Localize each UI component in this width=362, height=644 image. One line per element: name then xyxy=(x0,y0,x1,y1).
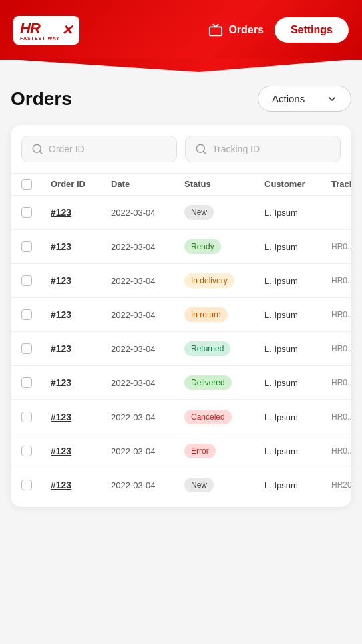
svg-line-1 xyxy=(39,151,41,153)
row-checkbox-cell xyxy=(21,343,51,354)
date-3: 2022-03-04 xyxy=(111,310,184,320)
order-id-4[interactable]: #123 xyxy=(51,343,111,354)
status-badge-8: New xyxy=(184,478,264,492)
col-status: Status xyxy=(184,179,264,190)
chevron-down-icon xyxy=(327,94,337,104)
status-badge-text-4: Returned xyxy=(184,341,230,356)
status-badge-3: In return xyxy=(184,307,264,322)
date-2: 2022-03-04 xyxy=(111,276,184,286)
customer-6: L. Ipsum xyxy=(264,412,331,422)
table-row: #123 2022-03-04 Canceled L. Ipsum HR0... xyxy=(11,400,351,434)
order-id-input[interactable] xyxy=(49,144,167,154)
row-checkbox-cell xyxy=(21,207,51,218)
svg-line-3 xyxy=(203,151,205,153)
row-checkbox-2[interactable] xyxy=(21,275,32,286)
table-header: Order ID Date Status Customer Track xyxy=(11,174,351,196)
row-checkbox-6[interactable] xyxy=(21,412,32,422)
tracking-id-input[interactable] xyxy=(212,144,331,154)
order-id-3[interactable]: #123 xyxy=(51,309,111,320)
date-6: 2022-03-04 xyxy=(111,412,184,422)
col-tracking: Track xyxy=(331,179,351,190)
customer-4: L. Ipsum xyxy=(264,344,331,354)
orders-nav-label: Orders xyxy=(228,24,263,36)
order-id-8[interactable]: #123 xyxy=(51,480,111,490)
main-content: Orders Actions xyxy=(0,67,362,518)
header-checkbox-cell xyxy=(21,179,51,190)
customer-3: L. Ipsum xyxy=(264,310,331,320)
table-body: #123 2022-03-04 New L. Ipsum #123 2022-0… xyxy=(11,196,351,502)
status-badge-0: New xyxy=(184,205,264,220)
row-checkbox-cell xyxy=(21,446,51,456)
row-checkbox-cell xyxy=(21,241,51,252)
tracking-7: HR0... xyxy=(331,446,351,456)
status-badge-2: In delivery xyxy=(184,273,264,288)
table-row: #123 2022-03-04 New L. Ipsum xyxy=(11,196,351,230)
customer-5: L. Ipsum xyxy=(264,378,331,388)
row-checkbox-5[interactable] xyxy=(21,377,32,388)
status-badge-text-3: In return xyxy=(184,307,228,322)
actions-label: Actions xyxy=(272,93,305,104)
app-header: HR FASTEST WAY ✕ Orders Settings xyxy=(0,0,362,60)
settings-button[interactable]: Settings xyxy=(275,17,349,43)
row-checkbox-1[interactable] xyxy=(21,241,32,252)
row-checkbox-4[interactable] xyxy=(21,343,32,354)
status-badge-text-0: New xyxy=(184,205,214,220)
nav-orders[interactable]: Orders xyxy=(208,23,263,37)
table-row: #123 2022-03-04 Delivered L. Ipsum HR0..… xyxy=(11,366,351,400)
page-title-row: Orders Actions xyxy=(11,86,351,112)
search-icon-tracking xyxy=(195,143,207,155)
status-badge-text-2: In delivery xyxy=(184,273,234,288)
row-checkbox-cell xyxy=(21,309,51,320)
page-title: Orders xyxy=(11,88,72,110)
date-0: 2022-03-04 xyxy=(111,208,184,218)
select-all-checkbox[interactable] xyxy=(21,179,32,190)
search-icon-order xyxy=(31,143,43,155)
row-checkbox-cell xyxy=(21,377,51,388)
order-id-0[interactable]: #123 xyxy=(51,207,111,218)
package-icon xyxy=(208,23,223,37)
order-id-6[interactable]: #123 xyxy=(51,412,111,422)
row-checkbox-cell xyxy=(21,275,51,286)
table-row: #123 2022-03-04 In delivery L. Ipsum HR0… xyxy=(11,264,351,298)
order-id-1[interactable]: #123 xyxy=(51,241,111,252)
logo-text: HR xyxy=(20,20,60,37)
row-checkbox-0[interactable] xyxy=(21,207,32,218)
status-badge-text-8: New xyxy=(184,478,214,492)
orders-card: Order ID Date Status Customer Track #123… xyxy=(11,125,351,507)
status-badge-1: Ready xyxy=(184,239,264,254)
customer-8: L. Ipsum xyxy=(264,480,331,490)
row-checkbox-3[interactable] xyxy=(21,309,32,320)
status-badge-6: Canceled xyxy=(184,410,264,424)
row-checkbox-7[interactable] xyxy=(21,446,32,456)
header-nav: Orders Settings xyxy=(208,17,349,43)
search-row xyxy=(11,136,351,174)
status-badge-text-7: Error xyxy=(184,444,216,458)
customer-0: L. Ipsum xyxy=(264,208,331,218)
tracking-5: HR0... xyxy=(331,378,351,387)
row-checkbox-8[interactable] xyxy=(21,480,32,490)
tracking-2: HR0... xyxy=(331,276,351,285)
table-row: #123 2022-03-04 New L. Ipsum HR20... xyxy=(11,468,351,502)
customer-7: L. Ipsum xyxy=(264,446,331,456)
logo-sub: FASTEST WAY xyxy=(20,36,60,41)
status-badge-5: Delivered xyxy=(184,375,264,390)
order-id-7[interactable]: #123 xyxy=(51,446,111,456)
tracking-1: HR0... xyxy=(331,242,351,251)
table-row: #123 2022-03-04 Returned L. Ipsum HR0... xyxy=(11,332,351,366)
tracking-8: HR20... xyxy=(331,480,351,490)
order-id-5[interactable]: #123 xyxy=(51,377,111,388)
table-row: #123 2022-03-04 In return L. Ipsum HR0..… xyxy=(11,298,351,332)
status-badge-7: Error xyxy=(184,444,264,458)
tracking-3: HR0... xyxy=(331,310,351,319)
table-row: #123 2022-03-04 Error L. Ipsum HR0... xyxy=(11,434,351,468)
table-row: #123 2022-03-04 Ready L. Ipsum HR0... xyxy=(11,230,351,264)
order-id-2[interactable]: #123 xyxy=(51,275,111,286)
logo-x: ✕ xyxy=(61,22,73,38)
logo-box: HR FASTEST WAY ✕ xyxy=(13,16,79,45)
row-checkbox-cell xyxy=(21,480,51,490)
date-1: 2022-03-04 xyxy=(111,242,184,252)
tracking-6: HR0... xyxy=(331,412,351,422)
date-5: 2022-03-04 xyxy=(111,378,184,388)
logo: HR FASTEST WAY ✕ xyxy=(13,16,79,45)
actions-dropdown[interactable]: Actions xyxy=(258,86,351,112)
